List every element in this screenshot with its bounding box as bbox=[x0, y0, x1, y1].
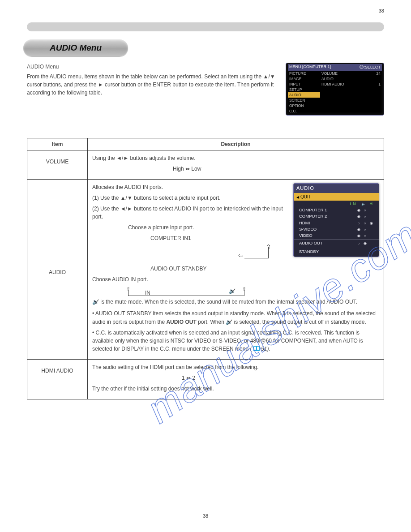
arrow-left-icon: ⇦ bbox=[238, 251, 244, 260]
arrow-up-icon: ⇧ bbox=[266, 242, 271, 252]
row-audio-desc: AUDIO QUIT IN 🔈 H COMPUTER 1COMPUTER 2HD… bbox=[88, 180, 384, 360]
osd-left-item[interactable]: SETUP bbox=[288, 87, 320, 92]
osd2-quit[interactable]: QUIT bbox=[294, 193, 379, 201]
radio-icon[interactable] bbox=[355, 227, 362, 232]
osd-right-col: VOLUME24AUDIOHDMI AUDIO1 bbox=[320, 71, 382, 116]
radio-icon[interactable] bbox=[355, 221, 362, 226]
osd2-row[interactable]: STANDBY bbox=[294, 249, 379, 257]
osd-right-item[interactable]: HDMI AUDIO1 bbox=[320, 82, 382, 87]
mute-note-text: is the mute mode. When the is selected, … bbox=[100, 299, 357, 305]
row-hdmi-label: HDMI AUDIO bbox=[27, 360, 88, 399]
osd-title-left: MENU [COMPUTER 1] bbox=[289, 64, 331, 70]
osd2-row[interactable]: AUDIO OUT bbox=[294, 240, 379, 248]
row-volume-label: VOLUME bbox=[27, 150, 88, 180]
radio-icon[interactable] bbox=[362, 208, 368, 213]
osd-left-item[interactable]: SCREEN bbox=[288, 98, 320, 103]
horizontal-bracket: IN 🔈̸ ⇧ ⇧ bbox=[124, 290, 249, 296]
hdmi-desc-1: The audio setting of the HDMI port can b… bbox=[92, 363, 379, 371]
radio-icon[interactable] bbox=[362, 227, 368, 232]
num-1: 1 bbox=[282, 309, 286, 317]
intro-block: AUDIO Menu From the AUDIO menu, items sh… bbox=[27, 63, 278, 99]
osd2-row[interactable]: HDMI bbox=[294, 220, 379, 226]
row-volume-desc: Using the ◄/► buttons adjusts the volume… bbox=[88, 150, 384, 180]
osd2-hdr-in: IN bbox=[350, 202, 357, 206]
osd-left-item[interactable]: C.C. bbox=[288, 108, 320, 114]
osd-left-item[interactable]: OPTION bbox=[288, 103, 320, 108]
audio-choose2: Choose AUDIO IN port. bbox=[92, 275, 379, 283]
vertical-arrow-icon: ⇧ ⇦ bbox=[244, 245, 271, 263]
th-desc: Description bbox=[88, 138, 384, 150]
mute-icon: 🔈̸ bbox=[92, 299, 99, 305]
osd-title-right: Ⓒ:SELECT bbox=[360, 64, 381, 70]
intro-text: From the AUDIO menu, items shown in the … bbox=[27, 73, 278, 97]
osd-left-item[interactable]: AUDIO bbox=[288, 92, 320, 98]
osd2-row[interactable]: VIDEO bbox=[294, 232, 379, 239]
osd-left-col: PICTUREIMAGEINPUTSETUPAUDIOSCREENOPTIONC… bbox=[288, 71, 320, 116]
audio-out-note: • AUDIO OUT STANDBY item selects the sou… bbox=[92, 309, 379, 326]
radio-icon[interactable] bbox=[355, 241, 362, 246]
radio-icon[interactable] bbox=[355, 233, 362, 239]
hdmi-desc-3: Try the other if the initial setting doe… bbox=[92, 385, 379, 393]
radio-icon[interactable] bbox=[355, 214, 362, 219]
th-item: Item bbox=[27, 138, 88, 150]
mute-icon: 🔈̸ bbox=[226, 319, 232, 325]
osd2-row[interactable]: COMPUTER 1 bbox=[294, 207, 379, 213]
osd-preview-main: MENU [COMPUTER 1] Ⓒ:SELECT PICTUREIMAGEI… bbox=[286, 63, 384, 116]
row-hdmi-desc: The audio setting of the HDMI port can b… bbox=[88, 360, 384, 399]
header-bar bbox=[27, 22, 384, 31]
radio-icon[interactable] bbox=[362, 214, 368, 219]
osd-left-item[interactable]: PICTURE bbox=[288, 71, 320, 76]
osd-right-item[interactable]: AUDIO bbox=[320, 76, 382, 82]
cc-note: • C.C. is automatically activated when i… bbox=[92, 329, 379, 353]
section-pill: AUDIO Menu bbox=[23, 39, 128, 56]
page-container: 38 AUDIO Menu AUDIO Menu From the AUDIO … bbox=[0, 0, 411, 532]
radio-icon[interactable] bbox=[368, 221, 374, 226]
osd2-hdr-h: H bbox=[370, 202, 375, 206]
page-number-bottom: 38 bbox=[0, 513, 411, 519]
osd-audio-sub: AUDIO QUIT IN 🔈 H COMPUTER 1COMPUTER 2HD… bbox=[293, 183, 379, 257]
mute-note: 🔈̸ is the mute mode. When the is selecte… bbox=[92, 298, 379, 306]
osd2-title: AUDIO bbox=[294, 184, 379, 193]
hdmi-desc-2: 1 ⇔ 2 bbox=[92, 374, 379, 382]
volume-desc-2: High ⇔ Low bbox=[92, 165, 379, 173]
osd-left-item[interactable]: EASY MENU bbox=[288, 114, 320, 116]
page-number-top: 38 bbox=[379, 8, 384, 13]
section-heading: AUDIO Menu bbox=[27, 63, 278, 71]
osd2-row[interactable]: COMPUTER 2 bbox=[294, 213, 379, 219]
radio-icon[interactable] bbox=[355, 208, 362, 213]
arrow-label-bottom: AUDIO OUT STANDBY bbox=[92, 265, 379, 273]
osd-title-bar: MENU [COMPUTER 1] Ⓒ:SELECT bbox=[288, 64, 382, 71]
volume-desc-1: Using the ◄/► buttons adjusts the volume… bbox=[92, 154, 379, 162]
arrow-up-icon: ⇧ bbox=[242, 285, 246, 293]
osd2-header: IN 🔈 H bbox=[294, 201, 379, 207]
cc-ref: 51). bbox=[261, 346, 270, 352]
osd-left-item[interactable]: IMAGE bbox=[288, 76, 320, 82]
mute-icon: 🔈 bbox=[361, 202, 366, 206]
book-icon bbox=[253, 346, 260, 351]
row-audio-label: AUDIO bbox=[27, 180, 88, 360]
osd-right-item[interactable]: VOLUME24 bbox=[320, 71, 382, 76]
cc-note-text: • C.C. is automatically activated when i… bbox=[92, 330, 363, 352]
settings-table: Item Description VOLUME Using the ◄/► bu… bbox=[27, 138, 384, 399]
osd2-row[interactable]: S-VIDEO bbox=[294, 226, 379, 232]
osd-left-item[interactable]: INPUT bbox=[288, 82, 320, 87]
radio-icon[interactable] bbox=[362, 221, 368, 226]
radio-icon[interactable] bbox=[362, 241, 368, 246]
radio-icon[interactable] bbox=[362, 233, 368, 239]
